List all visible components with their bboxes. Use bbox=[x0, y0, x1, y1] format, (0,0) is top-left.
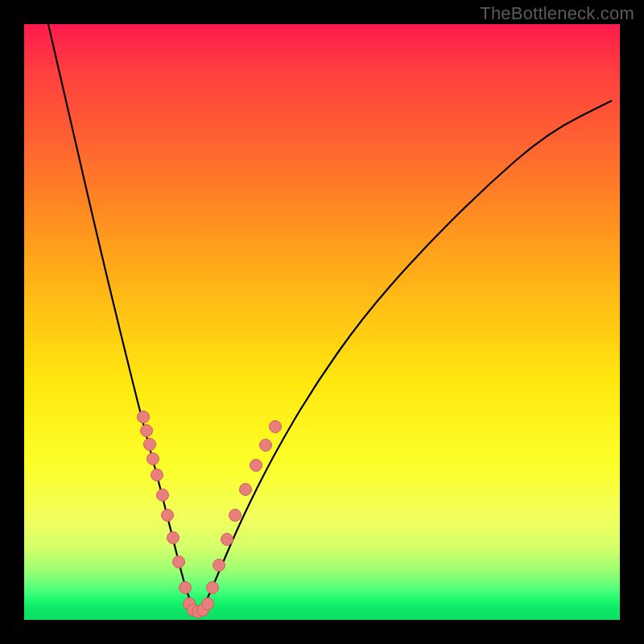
highlight-dot bbox=[221, 534, 233, 546]
highlight-dot bbox=[202, 598, 214, 610]
highlight-dot bbox=[270, 421, 282, 433]
plot-area bbox=[24, 24, 620, 620]
highlight-dot bbox=[173, 556, 185, 568]
highlight-dot bbox=[167, 532, 180, 544]
highlight-dot bbox=[250, 460, 262, 472]
highlight-dot bbox=[144, 439, 156, 451]
highlight-dot bbox=[240, 484, 252, 496]
highlight-dot bbox=[138, 411, 150, 423]
highlight-dot bbox=[162, 510, 174, 522]
highlight-dot bbox=[151, 469, 163, 481]
highlight-dot bbox=[260, 440, 272, 452]
watermark-text: TheBottleneck.com bbox=[480, 3, 634, 24]
highlight-dot bbox=[147, 453, 159, 465]
highlight-dot bbox=[229, 510, 242, 522]
highlight-dot bbox=[141, 425, 153, 437]
highlight-dot bbox=[157, 489, 169, 502]
highlight-dot bbox=[213, 559, 225, 572]
highlight-dot bbox=[180, 582, 192, 594]
highlight-dot bbox=[207, 582, 219, 594]
chart-frame: TheBottleneck.com bbox=[0, 0, 644, 644]
bottleneck-curve bbox=[24, 24, 620, 620]
